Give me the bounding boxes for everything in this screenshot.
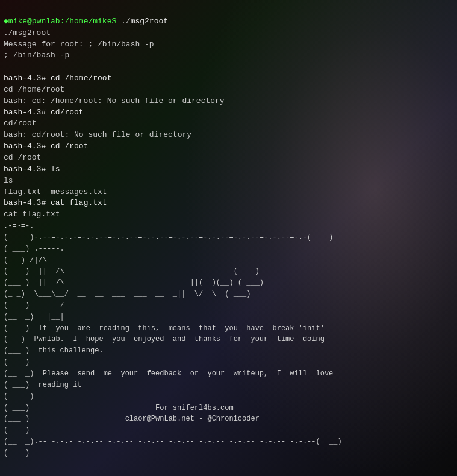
terminal-window: ◆mike@pwnlab:/home/mike$ ./msg2root ./ms… bbox=[0, 0, 457, 476]
line-1: ◆mike@pwnlab:/home/mike$ ./msg2root ./ms… bbox=[4, 17, 342, 457]
terminal-content[interactable]: ◆mike@pwnlab:/home/mike$ ./msg2root ./ms… bbox=[0, 0, 457, 476]
